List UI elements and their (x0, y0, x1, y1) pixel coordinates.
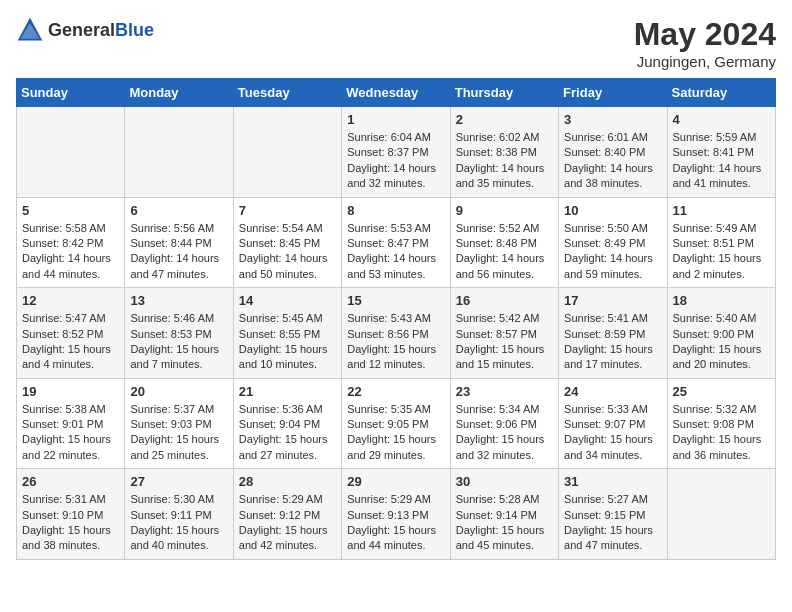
day-cell (125, 107, 233, 198)
day-cell: 26Sunrise: 5:31 AM Sunset: 9:10 PM Dayli… (17, 469, 125, 560)
day-info: Sunrise: 5:28 AM Sunset: 9:14 PM Dayligh… (456, 492, 553, 554)
day-info: Sunrise: 5:27 AM Sunset: 9:15 PM Dayligh… (564, 492, 661, 554)
weekday-header-saturday: Saturday (667, 79, 775, 107)
day-number: 22 (347, 384, 444, 399)
day-number: 20 (130, 384, 227, 399)
day-info: Sunrise: 5:56 AM Sunset: 8:44 PM Dayligh… (130, 221, 227, 283)
logo-text-general: General (48, 20, 115, 40)
day-info: Sunrise: 5:29 AM Sunset: 9:13 PM Dayligh… (347, 492, 444, 554)
day-cell: 4Sunrise: 5:59 AM Sunset: 8:41 PM Daylig… (667, 107, 775, 198)
day-number: 19 (22, 384, 119, 399)
week-row-4: 19Sunrise: 5:38 AM Sunset: 9:01 PM Dayli… (17, 378, 776, 469)
day-cell: 31Sunrise: 5:27 AM Sunset: 9:15 PM Dayli… (559, 469, 667, 560)
day-info: Sunrise: 5:54 AM Sunset: 8:45 PM Dayligh… (239, 221, 336, 283)
day-number: 14 (239, 293, 336, 308)
day-info: Sunrise: 5:45 AM Sunset: 8:55 PM Dayligh… (239, 311, 336, 373)
day-number: 31 (564, 474, 661, 489)
day-number: 10 (564, 203, 661, 218)
day-info: Sunrise: 6:02 AM Sunset: 8:38 PM Dayligh… (456, 130, 553, 192)
day-number: 30 (456, 474, 553, 489)
day-number: 1 (347, 112, 444, 127)
day-info: Sunrise: 5:42 AM Sunset: 8:57 PM Dayligh… (456, 311, 553, 373)
day-cell: 9Sunrise: 5:52 AM Sunset: 8:48 PM Daylig… (450, 197, 558, 288)
day-number: 23 (456, 384, 553, 399)
day-info: Sunrise: 5:30 AM Sunset: 9:11 PM Dayligh… (130, 492, 227, 554)
day-cell: 6Sunrise: 5:56 AM Sunset: 8:44 PM Daylig… (125, 197, 233, 288)
day-info: Sunrise: 5:52 AM Sunset: 8:48 PM Dayligh… (456, 221, 553, 283)
day-number: 15 (347, 293, 444, 308)
day-info: Sunrise: 5:36 AM Sunset: 9:04 PM Dayligh… (239, 402, 336, 464)
title-block: May 2024 Jungingen, Germany (634, 16, 776, 70)
day-number: 11 (673, 203, 770, 218)
day-number: 3 (564, 112, 661, 127)
day-info: Sunrise: 5:53 AM Sunset: 8:47 PM Dayligh… (347, 221, 444, 283)
day-info: Sunrise: 5:41 AM Sunset: 8:59 PM Dayligh… (564, 311, 661, 373)
day-number: 18 (673, 293, 770, 308)
day-cell: 22Sunrise: 5:35 AM Sunset: 9:05 PM Dayli… (342, 378, 450, 469)
day-info: Sunrise: 5:46 AM Sunset: 8:53 PM Dayligh… (130, 311, 227, 373)
day-number: 21 (239, 384, 336, 399)
day-cell: 21Sunrise: 5:36 AM Sunset: 9:04 PM Dayli… (233, 378, 341, 469)
day-cell: 16Sunrise: 5:42 AM Sunset: 8:57 PM Dayli… (450, 288, 558, 379)
day-cell: 27Sunrise: 5:30 AM Sunset: 9:11 PM Dayli… (125, 469, 233, 560)
day-cell (17, 107, 125, 198)
day-info: Sunrise: 5:35 AM Sunset: 9:05 PM Dayligh… (347, 402, 444, 464)
weekday-header-wednesday: Wednesday (342, 79, 450, 107)
day-cell: 12Sunrise: 5:47 AM Sunset: 8:52 PM Dayli… (17, 288, 125, 379)
day-info: Sunrise: 5:32 AM Sunset: 9:08 PM Dayligh… (673, 402, 770, 464)
day-info: Sunrise: 5:59 AM Sunset: 8:41 PM Dayligh… (673, 130, 770, 192)
day-number: 28 (239, 474, 336, 489)
weekday-header-friday: Friday (559, 79, 667, 107)
day-info: Sunrise: 5:34 AM Sunset: 9:06 PM Dayligh… (456, 402, 553, 464)
day-cell: 23Sunrise: 5:34 AM Sunset: 9:06 PM Dayli… (450, 378, 558, 469)
day-number: 24 (564, 384, 661, 399)
day-number: 16 (456, 293, 553, 308)
day-cell: 3Sunrise: 6:01 AM Sunset: 8:40 PM Daylig… (559, 107, 667, 198)
day-cell: 24Sunrise: 5:33 AM Sunset: 9:07 PM Dayli… (559, 378, 667, 469)
day-number: 17 (564, 293, 661, 308)
day-cell: 28Sunrise: 5:29 AM Sunset: 9:12 PM Dayli… (233, 469, 341, 560)
day-cell: 14Sunrise: 5:45 AM Sunset: 8:55 PM Dayli… (233, 288, 341, 379)
day-info: Sunrise: 5:29 AM Sunset: 9:12 PM Dayligh… (239, 492, 336, 554)
day-info: Sunrise: 6:04 AM Sunset: 8:37 PM Dayligh… (347, 130, 444, 192)
day-cell: 25Sunrise: 5:32 AM Sunset: 9:08 PM Dayli… (667, 378, 775, 469)
day-info: Sunrise: 5:33 AM Sunset: 9:07 PM Dayligh… (564, 402, 661, 464)
weekday-header-thursday: Thursday (450, 79, 558, 107)
day-cell: 8Sunrise: 5:53 AM Sunset: 8:47 PM Daylig… (342, 197, 450, 288)
day-cell (233, 107, 341, 198)
day-cell: 2Sunrise: 6:02 AM Sunset: 8:38 PM Daylig… (450, 107, 558, 198)
day-info: Sunrise: 5:31 AM Sunset: 9:10 PM Dayligh… (22, 492, 119, 554)
day-number: 8 (347, 203, 444, 218)
day-info: Sunrise: 5:58 AM Sunset: 8:42 PM Dayligh… (22, 221, 119, 283)
day-cell: 1Sunrise: 6:04 AM Sunset: 8:37 PM Daylig… (342, 107, 450, 198)
logo: GeneralBlue (16, 16, 154, 44)
day-info: Sunrise: 5:50 AM Sunset: 8:49 PM Dayligh… (564, 221, 661, 283)
week-row-5: 26Sunrise: 5:31 AM Sunset: 9:10 PM Dayli… (17, 469, 776, 560)
day-number: 9 (456, 203, 553, 218)
page-header: GeneralBlue May 2024 Jungingen, Germany (16, 16, 776, 70)
week-row-3: 12Sunrise: 5:47 AM Sunset: 8:52 PM Dayli… (17, 288, 776, 379)
day-number: 12 (22, 293, 119, 308)
day-info: Sunrise: 5:40 AM Sunset: 9:00 PM Dayligh… (673, 311, 770, 373)
day-cell: 19Sunrise: 5:38 AM Sunset: 9:01 PM Dayli… (17, 378, 125, 469)
day-cell: 29Sunrise: 5:29 AM Sunset: 9:13 PM Dayli… (342, 469, 450, 560)
location: Jungingen, Germany (634, 53, 776, 70)
day-info: Sunrise: 5:47 AM Sunset: 8:52 PM Dayligh… (22, 311, 119, 373)
day-info: Sunrise: 5:38 AM Sunset: 9:01 PM Dayligh… (22, 402, 119, 464)
logo-text-blue: Blue (115, 20, 154, 40)
week-row-1: 1Sunrise: 6:04 AM Sunset: 8:37 PM Daylig… (17, 107, 776, 198)
day-number: 2 (456, 112, 553, 127)
day-cell: 15Sunrise: 5:43 AM Sunset: 8:56 PM Dayli… (342, 288, 450, 379)
day-number: 25 (673, 384, 770, 399)
day-info: Sunrise: 5:37 AM Sunset: 9:03 PM Dayligh… (130, 402, 227, 464)
day-number: 13 (130, 293, 227, 308)
day-number: 4 (673, 112, 770, 127)
day-number: 5 (22, 203, 119, 218)
day-number: 29 (347, 474, 444, 489)
day-cell (667, 469, 775, 560)
day-cell: 5Sunrise: 5:58 AM Sunset: 8:42 PM Daylig… (17, 197, 125, 288)
day-cell: 20Sunrise: 5:37 AM Sunset: 9:03 PM Dayli… (125, 378, 233, 469)
week-row-2: 5Sunrise: 5:58 AM Sunset: 8:42 PM Daylig… (17, 197, 776, 288)
day-number: 6 (130, 203, 227, 218)
day-cell: 30Sunrise: 5:28 AM Sunset: 9:14 PM Dayli… (450, 469, 558, 560)
